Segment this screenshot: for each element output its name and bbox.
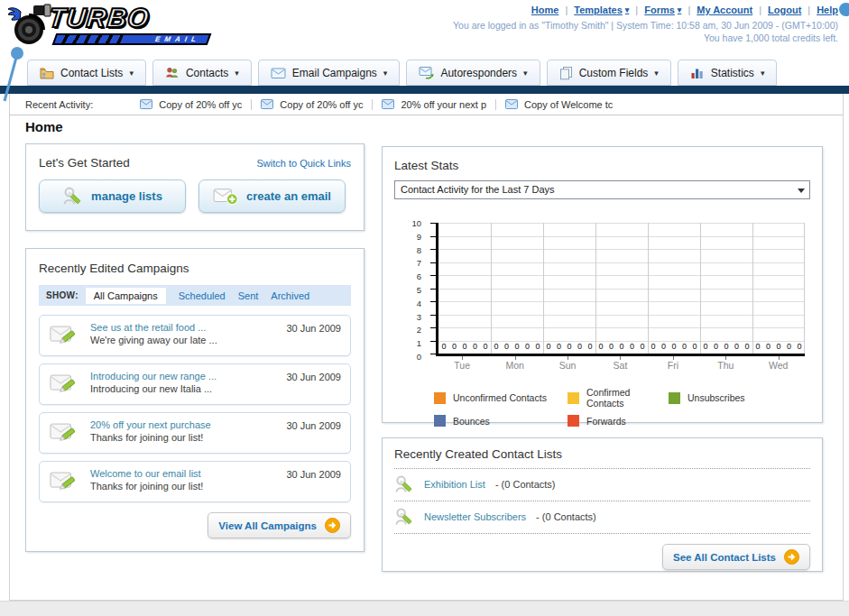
tab-email-campaigns[interactable]: Email Campaigns▾: [258, 60, 401, 86]
arrow-circle-icon: [325, 518, 340, 533]
arrow-circle-icon: [784, 549, 799, 565]
nav-logout[interactable]: Logout: [768, 5, 801, 15]
nav-separator: |: [759, 5, 761, 15]
contact-list-link[interactable]: Newsletter Subscribers: [424, 511, 526, 522]
nav-separator: |: [688, 5, 690, 15]
envelope-pencil-icon: [50, 323, 78, 347]
contact-list-item[interactable]: Exhibition List - (0 Contacts): [394, 469, 810, 501]
turbo-email-logo[interactable]: TURBO EMAIL: [7, 4, 209, 47]
chart-plot: 0 0 0 0 00 0 0 0 00 0 0 0 00 0 0 0 00 0 …: [436, 223, 805, 356]
recent-activity-item[interactable]: Copy of 20% off yc: [131, 99, 252, 110]
campaign-row[interactable]: Introducing our new range ... Introducin…: [39, 363, 351, 405]
nav-forms[interactable]: Forms▾: [644, 5, 681, 15]
nav-separator: |: [635, 5, 638, 15]
filter-all-campaigns[interactable]: All Campaigns: [86, 288, 166, 304]
filter-sent[interactable]: Sent: [238, 290, 259, 301]
nav-my-account[interactable]: My Account: [697, 5, 752, 15]
campaign-subtitle: We're giving away our late ...: [90, 335, 272, 345]
envelope-icon: [140, 99, 152, 109]
recent-activity-item[interactable]: Copy of 20% off yc: [252, 99, 373, 110]
logo-title: TURBO: [48, 5, 211, 32]
people-icon: [165, 66, 180, 80]
filter-scheduled[interactable]: Scheduled: [179, 290, 226, 301]
tab-contact-lists[interactable]: Contact Lists▾: [27, 60, 146, 86]
chevron-down-icon: ▾: [654, 69, 659, 78]
chart-legend: Unconfirmed Contacts Confirmed Contacts …: [434, 387, 810, 427]
campaign-date: 30 Jun 2009: [286, 469, 341, 480]
recent-activity-item[interactable]: Copy of Welcome tc: [496, 99, 622, 110]
envelope-pencil-icon: [50, 372, 78, 396]
stats-panel: Latest Stats Contact Activity for the La…: [382, 146, 823, 423]
legend-label: Unsubscribes: [688, 392, 745, 403]
contact-list-item[interactable]: Newsletter Subscribers - (0 Contacts): [394, 501, 810, 534]
campaign-date: 30 Jun 2009: [286, 420, 341, 431]
chevron-down-icon: ▾: [625, 5, 630, 14]
page-title: Home: [25, 119, 63, 134]
nav-home[interactable]: Home: [531, 5, 559, 15]
envelope-icon: [382, 99, 394, 109]
create-email-button[interactable]: create an email: [198, 179, 346, 213]
tab-custom-fields[interactable]: Custom Fields▾: [547, 60, 671, 86]
campaign-title-link[interactable]: See us at the retail food ...: [90, 322, 272, 333]
campaign-row[interactable]: See us at the retail food ... We're givi…: [39, 315, 351, 356]
person-pencil-icon: [394, 473, 414, 495]
right-column: Latest Stats Contact Activity for the La…: [382, 146, 823, 572]
legend-item: Confirmed Contacts: [568, 387, 669, 409]
tab-statistics[interactable]: Statistics▾: [678, 60, 778, 86]
campaign-title-link[interactable]: Introducing our new range ...: [90, 371, 272, 382]
recent-activity-item[interactable]: 20% off your next p: [373, 99, 496, 110]
chart-x-labels: TueMonSunSatFriThuWed: [436, 356, 805, 372]
campaign-subtitle: Introducing our new Italia ...: [90, 383, 272, 394]
top-nav: Home| Templates▾| Forms▾| My Account| Lo…: [453, 5, 838, 15]
contact-lists-panel: Recently Created Contact Lists: [382, 437, 823, 572]
campaign-subtitle: Thanks for joining our list!: [90, 481, 272, 492]
legend-item: Forwards: [568, 415, 669, 427]
tab-contacts[interactable]: Contacts▾: [152, 60, 252, 86]
tab-autoresponders[interactable]: Autoresponders▾: [406, 60, 540, 86]
nav-separator: |: [565, 5, 568, 15]
filter-archived[interactable]: Archived: [271, 290, 309, 301]
nav-separator: |: [807, 5, 810, 15]
chevron-down-icon: ▾: [383, 69, 388, 78]
nav-templates[interactable]: Templates▾: [574, 5, 629, 15]
help-bubble-icon: [839, 3, 849, 16]
logo-subtitle: EMAIL: [153, 35, 201, 43]
campaigns-title: Recently Edited Campaigns: [39, 262, 189, 275]
contact-lists-title: Recently Created Contact Lists: [394, 447, 810, 469]
person-pencil-icon: [394, 506, 414, 528]
campaign-title-link[interactable]: Welcome to our email list: [90, 468, 272, 479]
legend-label: Confirmed Contacts: [586, 387, 669, 409]
header: TURBO EMAIL Home| Templates▾| Forms▾| My…: [0, 0, 849, 94]
folder-contacts-icon: [40, 66, 54, 80]
recent-activity-label: Recent Activity:: [25, 99, 93, 110]
legend-swatch: [568, 415, 579, 427]
nav-help[interactable]: Help: [817, 5, 838, 15]
contact-list-link[interactable]: Exhibition List: [424, 479, 485, 490]
legend-swatch: [669, 392, 680, 404]
campaign-row[interactable]: 20% off your next purchase Thanks for jo…: [39, 412, 351, 454]
login-info: You are logged in as "Timothy Smith" | S…: [453, 20, 838, 31]
switch-quick-links[interactable]: Switch to Quick Links: [256, 158, 351, 169]
stats-range-select[interactable]: Contact Activity for the Last 7 Days: [394, 180, 810, 199]
logo-email-bar: EMAIL: [52, 33, 212, 45]
see-all-contact-lists-button[interactable]: See All Contact Lists: [662, 544, 810, 570]
main-tabs: Contact Lists▾ Contacts▾ Email Campaigns…: [27, 60, 777, 86]
legend-swatch: [568, 392, 579, 404]
envelope-icon: [261, 99, 273, 109]
header-right: Home| Templates▾| Forms▾| My Account| Lo…: [453, 5, 838, 43]
contact-list-items: Exhibition List - (0 Contacts): [394, 469, 810, 534]
recent-activity-item-label: Copy of Welcome tc: [524, 99, 613, 110]
legend-item: Bounces: [434, 415, 568, 427]
campaign-row[interactable]: Welcome to our email list Thanks for joi…: [39, 461, 351, 502]
show-label: SHOW:: [46, 290, 78, 300]
person-pencil-icon: [62, 186, 83, 207]
legend-label: Unconfirmed Contacts: [453, 392, 547, 403]
recent-activity-item-label: Copy of 20% off yc: [159, 99, 242, 110]
view-all-campaigns-button[interactable]: View All Campaigns: [208, 512, 351, 538]
credits-info: You have 1,000 total credits left.: [453, 32, 838, 43]
envelope-pencil-icon: [50, 420, 78, 445]
legend-label: Bounces: [453, 416, 490, 427]
contact-list-count: - (0 Contacts): [495, 479, 556, 490]
manage-lists-button[interactable]: manage lists: [39, 179, 186, 213]
campaign-title-link[interactable]: 20% off your next purchase: [90, 419, 272, 430]
